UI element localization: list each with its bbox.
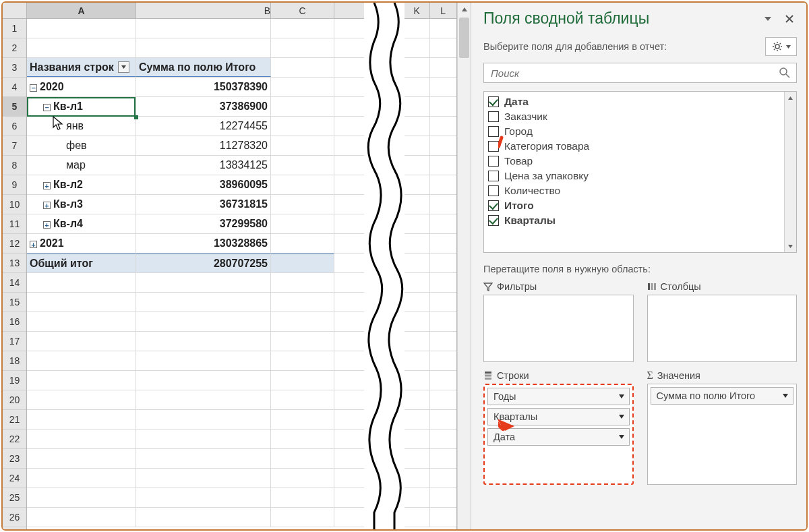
- pivot-row-label[interactable]: +Кв-л3: [27, 195, 136, 214]
- grand-total-label[interactable]: Общий итог: [27, 254, 136, 272]
- pivot-row-value[interactable]: 150378390: [136, 78, 271, 96]
- expand-icon[interactable]: +: [30, 241, 37, 248]
- row-header-17[interactable]: 17: [3, 332, 26, 351]
- row-header-12[interactable]: 12: [3, 234, 26, 254]
- col-header-A[interactable]: A: [27, 3, 136, 18]
- pivot-row-header[interactable]: Названия строк: [27, 58, 136, 77]
- field-checkbox[interactable]: [488, 126, 499, 137]
- row-header-4[interactable]: 4: [3, 78, 26, 97]
- pivot-row-label[interactable]: −Кв-л1: [27, 97, 136, 116]
- pivot-row-value[interactable]: 37386900: [136, 97, 271, 116]
- row-header-16[interactable]: 16: [3, 312, 26, 332]
- row-header-10[interactable]: 10: [3, 195, 26, 214]
- row-header-9[interactable]: 9: [3, 175, 26, 195]
- pivot-row-label[interactable]: −2020: [27, 78, 136, 96]
- fill-handle[interactable]: [134, 115, 138, 119]
- field-item[interactable]: Цена за упаковку: [484, 169, 784, 183]
- expand-icon[interactable]: +: [43, 182, 51, 189]
- collapse-icon[interactable]: −: [43, 104, 51, 111]
- field-item[interactable]: Дата: [484, 94, 784, 109]
- col-header-K[interactable]: K: [404, 3, 430, 18]
- row-header-18[interactable]: 18: [3, 351, 26, 371]
- pivot-row-value[interactable]: 130328865: [136, 234, 271, 253]
- pivot-row-label[interactable]: +Кв-л4: [27, 214, 136, 233]
- row-header-6[interactable]: 6: [3, 117, 26, 136]
- grand-total-value[interactable]: 280707255: [136, 254, 271, 272]
- field-item[interactable]: Товар: [484, 154, 784, 169]
- expand-icon[interactable]: +: [43, 221, 51, 229]
- pivot-row-label[interactable]: фев: [27, 136, 136, 155]
- values-area[interactable]: Σ Значения Сумма по полю Итого: [647, 370, 798, 485]
- scroll-up-button[interactable]: [458, 3, 471, 16]
- field-list[interactable]: ДатаЗаказчикГородКатегория товараТоварЦе…: [483, 91, 797, 253]
- field-list-scrollbar[interactable]: [784, 92, 796, 252]
- field-item[interactable]: Кварталы: [484, 213, 784, 228]
- pivot-row-label[interactable]: +2021: [27, 234, 136, 253]
- row-filter-button[interactable]: [118, 61, 129, 73]
- col-header-C[interactable]: C: [271, 3, 334, 18]
- scroll-down-button[interactable]: [785, 240, 796, 252]
- field-item[interactable]: Категория товара: [484, 139, 784, 154]
- row-header-26[interactable]: 26: [3, 508, 26, 527]
- row-header-15[interactable]: 15: [3, 293, 26, 312]
- row-header-11[interactable]: 11: [3, 214, 26, 234]
- field-checkbox[interactable]: [488, 156, 499, 167]
- rows-area[interactable]: Строки ГодыКварталыДата: [483, 370, 634, 485]
- field-checkbox[interactable]: [488, 185, 499, 196]
- row-header-23[interactable]: 23: [3, 449, 26, 469]
- area-pill[interactable]: Сумма по полю Итого: [651, 387, 794, 405]
- pane-menu-button[interactable]: [760, 11, 775, 26]
- pivot-row-value[interactable]: 13834125: [136, 156, 271, 175]
- row-header-3[interactable]: 3: [3, 58, 26, 78]
- row-header-13[interactable]: 13: [3, 254, 26, 273]
- field-checkbox[interactable]: [488, 215, 499, 226]
- row-header-7[interactable]: 7: [3, 136, 26, 156]
- field-checkbox[interactable]: [488, 96, 499, 107]
- area-pill[interactable]: Кварталы: [487, 408, 630, 425]
- row-header-25[interactable]: 25: [3, 488, 26, 508]
- pivot-value-header[interactable]: Сумма по полю Итого: [136, 58, 271, 77]
- col-header-B[interactable]: B: [136, 3, 271, 18]
- field-item[interactable]: Итого: [484, 198, 784, 213]
- area-pill[interactable]: Годы: [487, 388, 630, 405]
- pill-dropdown[interactable]: [618, 391, 625, 402]
- pivot-row-label[interactable]: янв: [27, 117, 136, 136]
- row-header-22[interactable]: 22: [3, 430, 26, 449]
- row-header-2[interactable]: 2: [3, 38, 26, 58]
- spreadsheet-grid-right[interactable]: K L: [404, 3, 457, 529]
- expand-icon[interactable]: +: [43, 202, 51, 209]
- search-input[interactable]: [489, 67, 779, 80]
- pill-dropdown[interactable]: [618, 411, 625, 422]
- pane-layout-button[interactable]: [765, 37, 797, 56]
- filters-area[interactable]: Фильтры: [483, 281, 634, 362]
- row-header-14[interactable]: 14: [3, 273, 26, 293]
- area-pill[interactable]: Дата: [487, 428, 630, 446]
- pivot-row-value[interactable]: 12274455: [136, 117, 271, 136]
- columns-area[interactable]: Столбцы: [647, 281, 798, 362]
- pill-dropdown[interactable]: [782, 390, 789, 401]
- spreadsheet-grid[interactable]: A B C 1234567891011121314151617181920212…: [3, 3, 364, 529]
- field-checkbox[interactable]: [488, 141, 499, 152]
- pivot-row-value[interactable]: 11278320: [136, 136, 271, 155]
- scrollbar-thumb[interactable]: [459, 18, 469, 58]
- pivot-row-label[interactable]: +Кв-л2: [27, 175, 136, 194]
- field-item[interactable]: Количество: [484, 183, 784, 198]
- vertical-scrollbar[interactable]: [457, 3, 471, 529]
- row-header-5[interactable]: 5: [3, 97, 26, 117]
- field-checkbox[interactable]: [488, 200, 499, 211]
- row-header-24[interactable]: 24: [3, 469, 26, 488]
- field-item[interactable]: Заказчик: [484, 109, 784, 124]
- pivot-row-value[interactable]: 38960095: [136, 175, 271, 194]
- pivot-row-value[interactable]: 36731815: [136, 195, 271, 214]
- pill-dropdown[interactable]: [618, 432, 625, 442]
- field-checkbox[interactable]: [488, 171, 499, 181]
- collapse-icon[interactable]: −: [30, 84, 37, 92]
- row-header-1[interactable]: 1: [3, 19, 26, 38]
- row-header-19[interactable]: 19: [3, 371, 26, 390]
- pane-close-button[interactable]: [782, 11, 797, 26]
- row-header-20[interactable]: 20: [3, 390, 26, 410]
- scroll-up-button[interactable]: [785, 92, 796, 104]
- col-header-L[interactable]: L: [430, 3, 456, 18]
- field-search[interactable]: [483, 63, 797, 83]
- row-header-21[interactable]: 21: [3, 410, 26, 430]
